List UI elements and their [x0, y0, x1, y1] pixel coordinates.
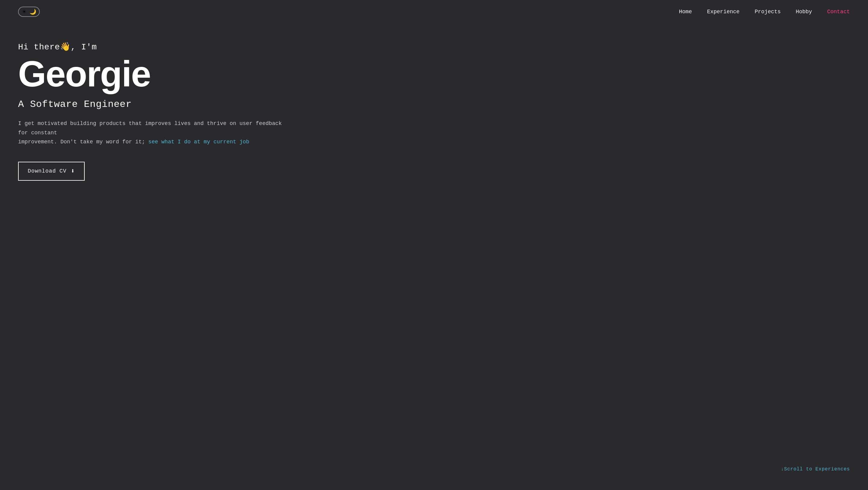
nav-link-experience[interactable]: Experience — [707, 9, 740, 15]
wave-emoji: 👋 — [60, 42, 71, 52]
download-icon: ⬇ — [71, 167, 75, 175]
nav-item-hobby[interactable]: Hobby — [796, 9, 812, 15]
hero-description: I get motivated building products that i… — [18, 119, 289, 147]
download-btn-label: Download CV — [28, 168, 67, 174]
theme-toggle-button[interactable]: ☀ 🌙 — [18, 7, 40, 17]
job-link[interactable]: see what I do at my current job — [148, 139, 249, 145]
navbar: ☀ 🌙 Home Experience Projects Hobby Conta… — [0, 0, 868, 24]
hero-section: Hi there👋, I'm Georgie A Software Engine… — [0, 24, 422, 193]
nav-link-contact[interactable]: Contact — [827, 9, 850, 15]
moon-icon: 🌙 — [30, 9, 36, 14]
greeting-suffix: , I'm — [70, 42, 97, 52]
nav-item-contact[interactable]: Contact — [827, 9, 850, 15]
download-cv-button[interactable]: Download CV ⬇ — [18, 162, 85, 181]
greeting-text: Hi there👋, I'm — [18, 41, 404, 52]
nav-link-hobby[interactable]: Hobby — [796, 9, 812, 15]
nav-item-experience[interactable]: Experience — [707, 9, 740, 15]
hero-name: Georgie — [18, 55, 404, 93]
hero-subtitle: A Software Engineer — [18, 99, 404, 110]
nav-item-projects[interactable]: Projects — [755, 9, 781, 15]
scroll-label: Scroll to Experiences — [784, 466, 850, 472]
scroll-hint[interactable]: ↓Scroll to Experiences — [781, 466, 850, 472]
scroll-arrow: ↓ — [781, 466, 784, 472]
greeting-prefix: Hi there — [18, 42, 60, 52]
nav-links: Home Experience Projects Hobby Contact — [679, 9, 850, 15]
sun-icon: ☀ — [22, 9, 27, 14]
nav-item-home[interactable]: Home — [679, 9, 692, 15]
nav-link-home[interactable]: Home — [679, 9, 692, 15]
nav-link-projects[interactable]: Projects — [755, 9, 781, 15]
